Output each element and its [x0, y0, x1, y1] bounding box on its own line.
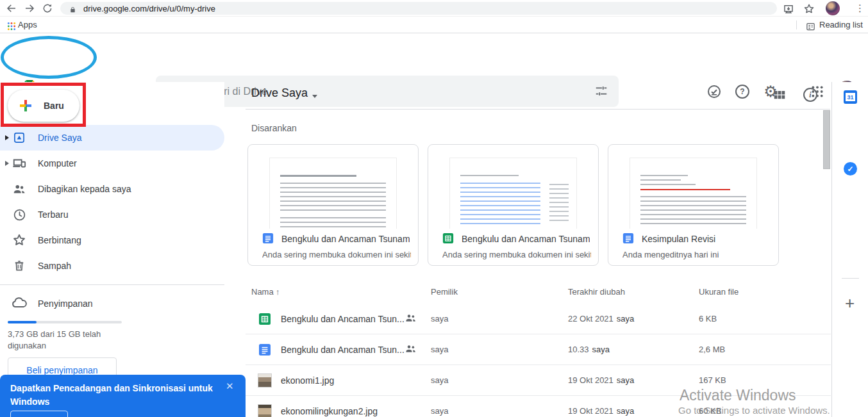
file-size: 167 KB — [699, 365, 726, 396]
docs-icon — [258, 343, 272, 357]
backup-sync-banner: Dapatkan Pencadangan dan Sinkronisasi un… — [0, 375, 246, 417]
apps-bookmark-label[interactable]: Apps — [18, 20, 37, 29]
suggested-card[interactable]: Bengkulu dan Ancaman Tsunami Anda sering… — [428, 144, 599, 266]
apps-grid-icon[interactable] — [5, 20, 18, 33]
docs-icon — [262, 233, 274, 247]
help-icon[interactable]: ? — [734, 83, 751, 100]
sidebar-item-sampah[interactable]: Sampah — [0, 253, 224, 279]
storage-progress-track — [8, 321, 122, 323]
card-title: Bengkulu dan Ancaman Tsunami — [281, 234, 410, 244]
sidebar-item-label: Sampah — [38, 253, 71, 279]
panel-divider — [842, 278, 859, 279]
shared-people-icon — [405, 313, 417, 325]
shared-with-me-icon — [12, 181, 27, 197]
storage-usage-text: 3,73 GB dari 15 GB telah digunakan — [8, 329, 129, 352]
file-name: ekonomilingkungan2.jpg — [281, 396, 378, 417]
browser-back-icon[interactable] — [5, 2, 18, 15]
new-button[interactable]: Baru — [8, 90, 79, 122]
table-row[interactable]: ekonomilingkungan2.jpg saya 19 Okt 2021s… — [246, 396, 831, 417]
my-drive-icon — [12, 130, 27, 145]
side-panel: 31 ✓ + — [831, 82, 868, 417]
search-input[interactable] — [194, 76, 566, 107]
new-plus-icon — [18, 98, 33, 116]
bookmarks-bar: Apps Reading list — [0, 17, 868, 33]
search-options-icon[interactable] — [594, 84, 608, 101]
tasks-icon[interactable]: ✓ — [844, 162, 857, 176]
banner-title: Dapatkan Pencadangan dan Sinkronisasi un… — [10, 382, 222, 409]
reading-list-icon[interactable] — [804, 20, 817, 33]
expand-caret-icon[interactable] — [5, 135, 9, 140]
card-title: Bengkulu dan Ancaman Tsunami — [462, 234, 590, 244]
browser-profile-avatar[interactable] — [826, 1, 840, 15]
offline-status-icon[interactable] — [706, 83, 722, 100]
sidebar-item-drive-saya[interactable]: Drive Saya — [0, 125, 224, 151]
computers-icon — [12, 156, 27, 171]
close-icon[interactable]: ✕ — [226, 380, 234, 392]
sidebar-item-dibagikan[interactable]: Dibagikan kepada saya — [0, 176, 224, 202]
storage-progress-fill — [8, 321, 37, 323]
add-addon-icon[interactable]: + — [845, 293, 855, 313]
file-modified: 10.33saya — [568, 334, 610, 365]
card-subtitle: Anda sering membuka dokumen ini sekita..… — [442, 250, 591, 259]
table-row[interactable]: ekonomi1.jpg saya 19 Okt 2021saya 167 KB — [246, 365, 831, 396]
lock-icon — [69, 4, 76, 16]
file-name: Bengkulu dan Ancaman Tsun... — [281, 304, 405, 334]
browser-menu-icon[interactable]: ⋮ — [855, 1, 865, 16]
chevron-down-icon[interactable] — [312, 95, 317, 98]
file-owner: saya — [431, 334, 448, 365]
url-input[interactable] — [83, 2, 468, 15]
recent-clock-icon — [12, 207, 27, 222]
suggested-card[interactable]: Kesimpulan Revisi Anda mengeditnya hari … — [608, 144, 779, 266]
file-name: Bengkulu dan Ancaman Tsun... — [281, 334, 405, 365]
column-header-modified[interactable]: Terakhir diubah — [568, 287, 625, 297]
column-header-owner[interactable]: Pemilik — [431, 287, 458, 297]
suggested-card[interactable]: Bengkulu dan Ancaman Tsunami Anda sering… — [247, 144, 419, 266]
trash-icon — [12, 258, 27, 274]
table-row[interactable]: Bengkulu dan Ancaman Tsun... saya 22 Okt… — [246, 304, 831, 334]
browser-forward-icon[interactable] — [23, 2, 36, 15]
storage-title[interactable]: Penyimpanan — [38, 291, 93, 316]
address-bar[interactable] — [60, 2, 777, 15]
sidebar-item-terbaru[interactable]: Terbaru — [0, 202, 224, 227]
reading-list-label[interactable]: Reading list — [819, 20, 863, 29]
column-header-size[interactable]: Ukuran file — [699, 287, 739, 297]
page-title[interactable]: Drive Saya — [251, 86, 308, 100]
doc-preview — [269, 158, 397, 229]
bookmark-star-icon[interactable] — [803, 3, 815, 15]
docs-icon — [622, 233, 634, 247]
sidebar-divider — [0, 284, 224, 285]
grid-view-icon[interactable] — [772, 87, 787, 102]
table-row[interactable]: Bengkulu dan Ancaman Tsun... saya 10.33s… — [246, 334, 831, 365]
sidebar-item-berbintang[interactable]: Berbintang — [0, 227, 224, 253]
card-subtitle: Anda mengeditnya hari ini — [622, 250, 771, 259]
sidebar: Baru Drive Saya Komputer Dibagikan kepad… — [0, 82, 224, 417]
new-button-label: Baru — [44, 90, 64, 122]
sidebar-item-komputer[interactable]: Komputer — [0, 151, 224, 176]
sidebar-item-label: Komputer — [38, 151, 77, 176]
image-thumbnail — [258, 373, 272, 388]
expand-caret-icon[interactable] — [5, 161, 9, 166]
sort-ascending-icon[interactable]: ↑ — [276, 287, 280, 297]
column-header-name[interactable]: Nama — [251, 287, 274, 297]
scrollbar-thumb[interactable] — [823, 110, 830, 169]
calendar-icon[interactable]: 31 — [844, 90, 857, 104]
download-button[interactable]: Download — [10, 411, 68, 417]
sheets-icon — [258, 312, 272, 326]
bookmarks-divider — [796, 20, 797, 29]
card-subtitle: Anda sering membuka dokumen ini sekita..… — [262, 250, 411, 259]
search-bar[interactable] — [156, 76, 619, 107]
file-size: 60 KB — [699, 396, 721, 417]
file-owner: saya — [431, 304, 448, 334]
file-modified: 22 Okt 2021saya — [568, 304, 634, 334]
info-icon[interactable]: i — [803, 87, 818, 102]
file-owner: saya — [431, 365, 448, 396]
browser-reload-icon[interactable] — [41, 2, 54, 15]
file-size: 2,6 MB — [699, 334, 725, 365]
file-modified: 19 Okt 2021saya — [568, 365, 634, 396]
header-divider — [246, 109, 830, 110]
starred-icon — [12, 233, 27, 248]
install-app-icon[interactable] — [782, 3, 795, 15]
sidebar-item-label: Dibagikan kepada saya — [38, 176, 131, 202]
file-modified: 19 Okt 2021saya — [568, 396, 634, 417]
doc-preview — [630, 158, 757, 229]
